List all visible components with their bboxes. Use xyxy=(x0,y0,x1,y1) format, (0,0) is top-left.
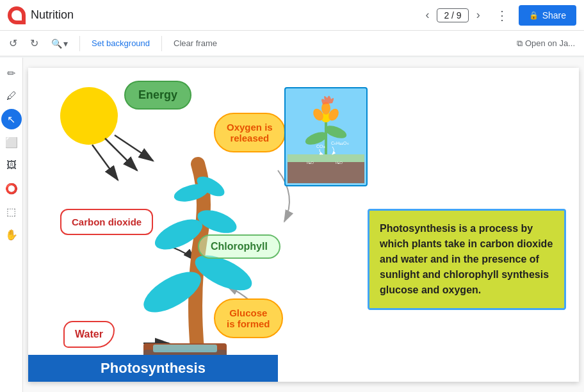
pencil-tool[interactable]: ✏ xyxy=(1,63,22,83)
more-options-button[interactable]: ⋮ xyxy=(491,5,514,26)
open-ja-label: Open on Ja... xyxy=(525,38,575,48)
info-text: Photosynthesis is a process by which pla… xyxy=(380,223,553,295)
svg-text:H₂O: H₂O xyxy=(336,161,343,165)
info-box: Photosynthesis is a process by which pla… xyxy=(368,209,566,310)
set-background-button[interactable]: Set background xyxy=(88,36,154,51)
topbar: Nutrition ‹ 2 / 9 › ⋮ 🔒 Share xyxy=(0,0,584,31)
carbon-dioxide-label: Carbon dioxide xyxy=(60,209,153,235)
toolbar-separator xyxy=(79,36,80,51)
left-sidebar: ✏ 🖊 ↖ ⬜ 🖼 ⭕ ⬚ ✋ xyxy=(0,58,23,392)
svg-rect-12 xyxy=(153,345,217,352)
svg-point-4 xyxy=(138,264,207,320)
app-title: Nutrition xyxy=(31,8,415,22)
frame-tool[interactable]: ⬚ xyxy=(1,201,22,222)
oxygen-label: Oxygen is released xyxy=(214,113,286,152)
flower-diagram-svg: CO₂ C₆H₁₂O₆ H₂O H₂O xyxy=(288,90,364,183)
open-ja-icon: ⧉ xyxy=(517,38,523,49)
water-label: Water xyxy=(63,321,115,348)
pen-tool[interactable]: 🖊 xyxy=(1,86,22,106)
app-logo xyxy=(8,6,26,24)
glucose-label: Glucose is formed xyxy=(214,298,283,338)
clear-frame-button[interactable]: Clear frame xyxy=(170,36,221,51)
toolbar-separator-2 xyxy=(161,36,162,51)
slide-navigation: ‹ 2 / 9 › xyxy=(420,6,485,24)
svg-point-7 xyxy=(195,206,239,238)
svg-line-0 xyxy=(105,138,137,170)
zoom-dropdown-icon: ▾ xyxy=(63,38,68,49)
open-ja-button[interactable]: ⧉ Open on Ja... xyxy=(513,36,579,51)
svg-text:C₆H₁₂O₆: C₆H₁₂O₆ xyxy=(331,141,349,145)
circle-tool[interactable]: ⭕ xyxy=(1,178,22,199)
svg-point-9 xyxy=(194,172,228,200)
svg-text:CO₂: CO₂ xyxy=(316,144,325,149)
secondary-toolbar: ↺ ↻ 🔍 ▾ Set background Clear frame ⧉ Ope… xyxy=(0,31,584,56)
insert-tool[interactable]: ⬜ xyxy=(1,132,22,152)
svg-rect-22 xyxy=(288,154,364,162)
sun-graphic xyxy=(60,87,118,145)
lock-icon: 🔒 xyxy=(529,11,539,20)
hand-tool[interactable]: ✋ xyxy=(1,224,22,245)
image-tool[interactable]: 🖼 xyxy=(1,155,22,176)
undo-button[interactable]: ↺ xyxy=(5,35,21,52)
next-slide-button[interactable]: › xyxy=(471,6,485,24)
canvas-area: Energy xyxy=(23,58,584,392)
redo-button[interactable]: ↻ xyxy=(26,35,42,52)
share-label: Share xyxy=(542,10,566,20)
chlorophyll-label: Chlorophyll xyxy=(198,234,280,259)
zoom-button[interactable]: 🔍 ▾ xyxy=(47,36,72,51)
slide-indicator: 2 / 9 xyxy=(437,8,468,22)
select-tool[interactable]: ↖ xyxy=(1,109,22,129)
share-button[interactable]: 🔒 Share xyxy=(519,5,576,26)
svg-line-2 xyxy=(115,135,153,161)
svg-line-1 xyxy=(92,145,118,180)
zoom-icon: 🔍 xyxy=(51,38,62,49)
prev-slide-button[interactable]: ‹ xyxy=(420,6,434,24)
diagram-area: Energy xyxy=(28,68,579,382)
photosynthesis-title: Photosynthesis xyxy=(28,355,278,382)
svg-text:H₂O: H₂O xyxy=(307,161,314,165)
svg-point-8 xyxy=(172,181,211,205)
reference-image: CO₂ C₆H₁₂O₆ H₂O H₂O xyxy=(284,87,368,186)
slide-canvas: Energy xyxy=(28,68,579,382)
energy-label: Energy xyxy=(124,81,191,110)
